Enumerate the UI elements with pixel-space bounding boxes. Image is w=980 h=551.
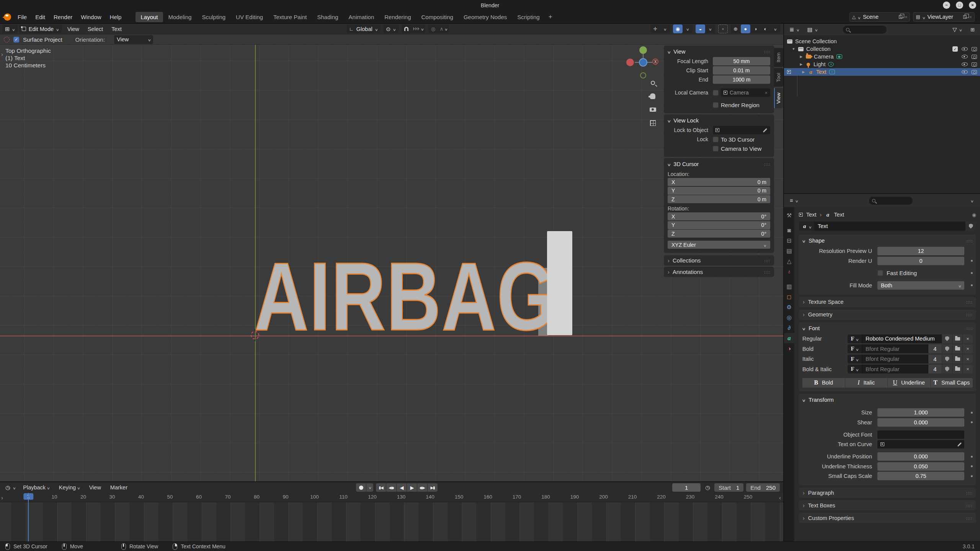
workspace-tab[interactable]: Scripting [512, 12, 544, 22]
fill-mode-dropdown[interactable]: Both [877, 281, 964, 290]
view-panel-header[interactable]: View [668, 47, 770, 56]
font-type-dropdown[interactable]: F [848, 334, 862, 343]
cursor-tool-icon[interactable] [4, 37, 10, 42]
outliner-row-scene-collection[interactable]: Scene Collection [784, 37, 980, 45]
ruler-tick[interactable]: 30 [109, 494, 115, 500]
navigation-gizmo[interactable]: X [625, 45, 662, 82]
disable-render-icon[interactable] [972, 62, 977, 67]
object-font-field[interactable] [877, 430, 964, 439]
pin-icon[interactable]: ◉ [972, 212, 976, 218]
lock-to-object-field[interactable] [713, 126, 770, 134]
tab-tool[interactable]: Tool [774, 68, 783, 87]
gizmo-y-axis[interactable] [639, 46, 647, 54]
topbar-menu-item[interactable]: Edit [31, 12, 49, 22]
ruler-tick[interactable]: 170 [513, 494, 521, 500]
collapsed-panel[interactable]: Collections [664, 255, 774, 266]
tab-object-properties[interactable] [784, 292, 794, 302]
collapsed-panel[interactable]: Text Boxes [799, 500, 976, 510]
outliner-filter-dropdown[interactable]: ▽ [950, 25, 965, 34]
font-users-count[interactable]: 4 [928, 365, 942, 373]
ruler-tick[interactable]: 100 [310, 494, 319, 500]
workspace-tab[interactable]: Geometry Nodes [459, 12, 512, 22]
collection-checkbox[interactable]: ✓ [952, 46, 958, 52]
play-button[interactable]: ▶ [407, 483, 417, 492]
small-caps-scale-field[interactable]: 0.75 [877, 472, 964, 480]
outliner-search-input[interactable] [843, 26, 887, 34]
drag-grip-icon[interactable] [967, 238, 973, 244]
ruler-tick[interactable]: 130 [397, 494, 406, 500]
drag-grip-icon[interactable] [966, 299, 972, 305]
tab-material-properties[interactable] [784, 343, 794, 354]
transform-orientation-dropdown[interactable]: ∟ Global [346, 24, 380, 33]
xray-settings-dropdown[interactable] [706, 24, 715, 33]
view-layer-selector[interactable]: ▤ ViewLayer × [913, 12, 975, 22]
render-region-checkbox[interactable] [713, 102, 719, 108]
disclosure-triangle-icon[interactable]: ▶ [799, 62, 803, 66]
workspace-tab[interactable]: UV Editing [231, 12, 268, 22]
fake-user-button[interactable] [942, 365, 952, 373]
show-overlays-toggle[interactable]: ◉ [673, 24, 683, 33]
font-type-dropdown[interactable]: F [848, 355, 862, 364]
minimize-button[interactable]: − [943, 2, 950, 9]
properties-search-input[interactable] [869, 197, 913, 205]
auto-keyframe-button[interactable] [356, 483, 366, 492]
ruler-tick[interactable]: 150 [455, 494, 464, 500]
overlays-settings-dropdown[interactable] [683, 24, 693, 33]
outliner-row-text[interactable]: ▶ a Text ~ [784, 68, 980, 76]
breadcrumb-object[interactable]: Text [806, 212, 817, 218]
end-frame-field[interactable]: End250 [746, 483, 780, 492]
pan-hand-icon[interactable] [648, 92, 657, 100]
remove-view-layer-icon[interactable]: × [969, 14, 972, 20]
lock-3d-cursor-checkbox[interactable] [713, 137, 719, 142]
tab-render-properties[interactable] [784, 225, 794, 235]
gizmo-z-axis[interactable] [639, 58, 647, 67]
font-type-dropdown[interactable]: F [848, 344, 862, 353]
fake-user-button[interactable] [942, 344, 952, 353]
drag-grip-icon[interactable] [764, 161, 770, 167]
outliner-row-camera[interactable]: ▶ Camera ◉ [784, 53, 980, 60]
focal-length-field[interactable]: 50 mm [713, 57, 770, 65]
text-on-curve-field[interactable] [877, 440, 964, 448]
gizmo-x-neg-axis[interactable] [626, 59, 634, 66]
font-bold-value[interactable]: Bfont Regular [862, 344, 928, 353]
gizmo-y-neg-axis[interactable] [640, 72, 646, 78]
open-font-button[interactable] [952, 334, 962, 343]
shape-panel-header[interactable]: Shape [802, 236, 973, 246]
topbar-menu-item[interactable]: File [13, 12, 31, 22]
clear-icon[interactable]: × [764, 90, 768, 96]
workspace-tab[interactable]: Texture Paint [268, 12, 312, 22]
play-reverse-button[interactable]: ◀ [397, 483, 407, 492]
workspace-tab[interactable]: Modeling [163, 12, 197, 22]
tab-view-layer-properties[interactable] [784, 246, 794, 256]
font-panel-header[interactable]: Font [802, 323, 973, 333]
tab-constraint-properties[interactable] [784, 323, 794, 333]
keying-menu[interactable]: Keying [55, 484, 84, 491]
pivot-point-dropdown[interactable]: ⊙ [383, 24, 399, 33]
view-lock-header[interactable]: View Lock [668, 116, 770, 125]
hide-eye-icon[interactable] [962, 55, 968, 59]
camera-view-icon[interactable] [648, 105, 657, 114]
collapsed-panel[interactable]: Texture Space [799, 297, 976, 307]
open-font-button[interactable] [952, 344, 962, 353]
font-users-count[interactable]: 4 [928, 344, 942, 353]
playhead[interactable] [28, 493, 29, 541]
mode-dropdown[interactable]: Edit Mode [19, 24, 62, 33]
shading-wireframe-button[interactable]: ⊕ [731, 24, 740, 33]
fast-editing-checkbox[interactable] [877, 270, 883, 276]
new-collection-button[interactable]: ⊞ [968, 25, 977, 34]
ruler-tick[interactable]: 220 [657, 494, 666, 500]
unlink-font-button[interactable]: × [962, 355, 973, 364]
topbar-menu-item[interactable]: Render [49, 12, 77, 22]
timeline-collapse-icon[interactable]: ‹ [779, 494, 781, 501]
size-field[interactable]: 1.000 [877, 408, 964, 417]
tab-physics-properties[interactable] [784, 312, 794, 323]
animate-dot[interactable] [967, 284, 973, 286]
drag-grip-icon[interactable] [967, 325, 973, 331]
font-users-count[interactable]: 4 [928, 355, 942, 364]
timeline-editor-type-button[interactable]: ◷ [3, 483, 18, 492]
cursor-rotation-field[interactable]: X0° [668, 212, 770, 220]
tab-object-data-properties[interactable] [784, 333, 794, 343]
drag-grip-icon[interactable] [966, 515, 972, 521]
clip-end-field[interactable]: 1000 m [713, 75, 770, 84]
font-bold-italic-value[interactable]: Bfont Regular [862, 365, 928, 373]
